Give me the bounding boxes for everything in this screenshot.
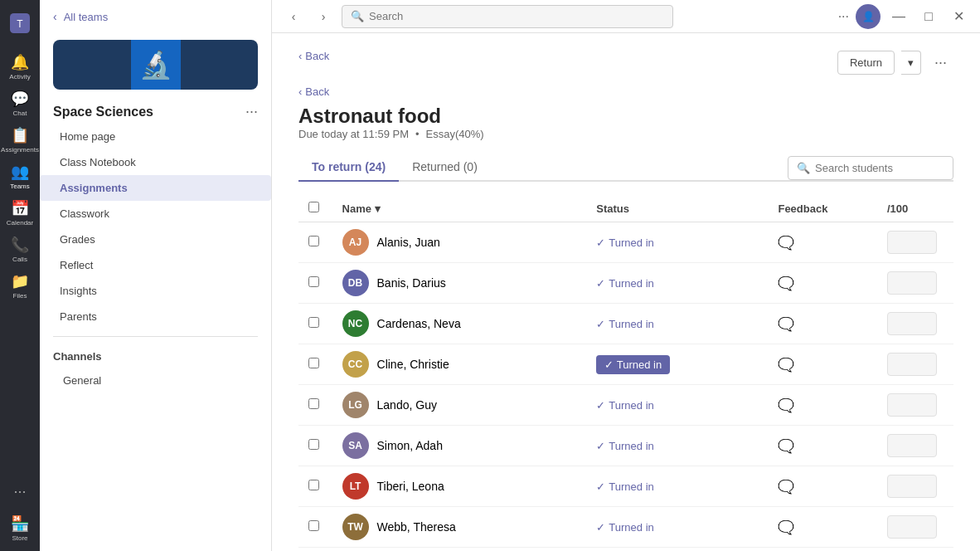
feedback-icon[interactable]: 🗨️: [778, 520, 794, 534]
search-students-input[interactable]: 🔍: [788, 156, 953, 180]
student-avatar: DB: [342, 270, 369, 296]
student-search-field[interactable]: [815, 162, 944, 174]
row-checkbox-4[interactable]: [308, 358, 319, 368]
nav-classwork[interactable]: Classwork: [40, 201, 271, 227]
rail-item-teams[interactable]: 👥 Teams: [3, 159, 36, 193]
rail-item-chat[interactable]: 💬 Chat: [3, 86, 36, 119]
nav-reflect[interactable]: Reflect: [40, 252, 271, 278]
left-rail: T 🔔 Activity 💬 Chat 📋 Assignments 👥 Team…: [0, 0, 40, 551]
score-input[interactable]: [887, 312, 937, 335]
row-checkbox-8[interactable]: [308, 520, 319, 531]
nav-home[interactable]: Home page: [40, 124, 271, 149]
rail-item-store[interactable]: 🏪 Store: [3, 511, 36, 544]
student-avatar: LG: [342, 392, 369, 418]
status-badge: ✓ Turned in: [596, 355, 670, 374]
feedback-icon[interactable]: 🗨️: [778, 439, 794, 453]
tab-returned[interactable]: Returned (0): [399, 154, 491, 182]
global-search[interactable]: 🔍: [342, 5, 673, 28]
name-header[interactable]: Name ▾: [332, 195, 587, 222]
assignment-category: Essay(40%): [426, 128, 484, 140]
back-button[interactable]: ‹ Back: [298, 50, 329, 62]
score-input[interactable]: [887, 515, 937, 539]
return-button[interactable]: Return: [837, 51, 895, 75]
nav-insights[interactable]: Insights: [40, 278, 271, 304]
rail-item-files[interactable]: 📁 Files: [3, 269, 36, 302]
sidebar-divider: [53, 336, 258, 337]
student-avatar: CC: [342, 351, 369, 378]
score-input[interactable]: [887, 271, 937, 295]
student-name: Cardenas, Neva: [377, 317, 461, 330]
search-icon: 🔍: [351, 10, 364, 22]
score-input[interactable]: [887, 434, 937, 457]
back-nav-button[interactable]: ‹: [282, 5, 305, 28]
feedback-icon[interactable]: 🗨️: [778, 358, 794, 372]
team-title-row: Space Sciences ···: [40, 96, 271, 124]
channels-label: Channels: [40, 344, 271, 369]
svg-text:T: T: [17, 18, 23, 30]
status-text: ✓ Turned in: [596, 277, 758, 290]
student-name: Alanis, Juan: [377, 236, 440, 249]
feedback-icon[interactable]: 🗨️: [778, 317, 794, 331]
student-name: Webb, Theresa: [377, 520, 456, 534]
nav-assignments[interactable]: Assignments: [40, 175, 271, 201]
back-link[interactable]: ‹ Back: [298, 85, 953, 98]
close-button[interactable]: ✕: [947, 5, 970, 28]
score-input[interactable]: [887, 475, 937, 498]
table-row: NC Cardenas, Neva ✓ Turned in 🗨️: [298, 304, 953, 344]
row-checkbox-1[interactable]: [308, 236, 319, 246]
students-table: Name ▾ Status Feedback /100 AJ Alanis, J…: [298, 195, 953, 551]
student-name: Lando, Guy: [377, 398, 437, 412]
rail-item-assignments[interactable]: 📋 Assignments: [3, 123, 36, 156]
return-dropdown-button[interactable]: ▾: [901, 51, 921, 75]
feedback-icon[interactable]: 🗨️: [778, 276, 794, 290]
status-text: ✓ Turned in: [596, 480, 758, 493]
rail-item-more[interactable]: ···: [3, 475, 36, 508]
assignment-title: Astronaut food: [298, 105, 953, 128]
rail-item-calls[interactable]: 📞 Calls: [3, 232, 36, 266]
nav-notebook[interactable]: Class Notebook: [40, 149, 271, 175]
score-input[interactable]: [887, 231, 937, 254]
tab-to-return[interactable]: To return (24): [298, 154, 399, 182]
row-checkbox-7[interactable]: [308, 480, 319, 490]
all-teams-link[interactable]: ‹ All teams: [40, 0, 271, 33]
select-all-header: [298, 195, 332, 222]
status-text: ✓ Turned in: [596, 440, 758, 452]
score-header: /100: [877, 195, 953, 222]
topbar-more-button[interactable]: ···: [838, 9, 849, 24]
all-teams-label: All teams: [64, 11, 108, 23]
channel-general[interactable]: General: [40, 369, 271, 392]
table-row: LT Tiberi, Leona ✓ Turned in 🗨️: [298, 466, 953, 507]
feedback-icon[interactable]: 🗨️: [778, 236, 794, 250]
row-checkbox-2[interactable]: [308, 276, 319, 287]
assignment-more-button[interactable]: ···: [928, 51, 953, 75]
student-name: Tiberi, Leona: [377, 480, 444, 493]
student-avatar: AJ: [342, 229, 369, 256]
student-avatar: SA: [342, 432, 369, 459]
feedback-header: Feedback: [768, 195, 876, 222]
row-checkbox-5[interactable]: [308, 398, 319, 409]
table-row: LG Lando, Guy ✓ Turned in 🗨️: [298, 385, 953, 426]
nav-grades[interactable]: Grades: [40, 227, 271, 252]
row-checkbox-6[interactable]: [308, 439, 319, 450]
assignment-meta: Due today at 11:59 PM • Essay(40%): [298, 128, 953, 140]
back-text: Back: [305, 85, 329, 98]
maximize-button[interactable]: □: [917, 5, 940, 28]
status-text: ✓ Turned in: [596, 399, 758, 412]
table-row: TW Webb, Theresa ✓ Turned in 🗨️: [298, 507, 953, 548]
row-checkbox-3[interactable]: [308, 317, 319, 328]
rail-logo: T: [3, 7, 36, 40]
nav-parents[interactable]: Parents: [40, 304, 271, 329]
minimize-button[interactable]: —: [887, 5, 910, 28]
feedback-icon[interactable]: 🗨️: [778, 480, 794, 494]
team-menu-button[interactable]: ···: [245, 103, 258, 120]
rail-item-activity[interactable]: 🔔 Activity: [3, 50, 36, 83]
score-input[interactable]: [887, 353, 937, 376]
rail-item-calendar[interactable]: 📅 Calendar: [3, 196, 36, 229]
team-name: Space Sciences: [53, 105, 153, 119]
user-avatar[interactable]: 👤: [856, 4, 881, 29]
select-all-checkbox[interactable]: [308, 202, 319, 212]
forward-nav-button[interactable]: ›: [312, 5, 335, 28]
feedback-icon[interactable]: 🗨️: [778, 398, 794, 412]
search-input[interactable]: [369, 10, 664, 22]
score-input[interactable]: [887, 393, 937, 417]
